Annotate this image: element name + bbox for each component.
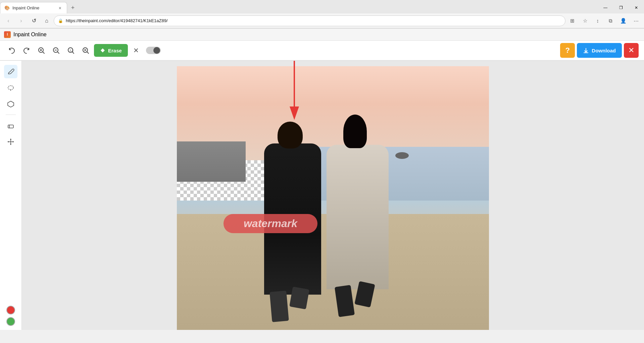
svg-text:1:1: 1:1 xyxy=(69,49,74,52)
erase-label: Erase xyxy=(108,48,122,53)
brush-toggle[interactable] xyxy=(146,47,161,54)
active-tab[interactable]: 🎨 Inpaint Online × xyxy=(0,2,67,13)
refresh-button[interactable]: ↺ xyxy=(28,15,40,27)
zoom-in-button[interactable] xyxy=(35,44,48,57)
tab-bar: 🎨 Inpaint Online × + — ❐ ✕ xyxy=(0,0,644,13)
app-logo: I xyxy=(4,31,11,38)
seawall-region xyxy=(177,141,246,182)
polygon-tool-button[interactable] xyxy=(4,97,17,111)
profile-icon[interactable]: 👤 xyxy=(618,15,629,26)
new-tab-button[interactable]: + xyxy=(67,2,79,13)
toggle-thumb xyxy=(153,47,160,54)
window-close-button[interactable]: ✕ xyxy=(629,1,644,14)
canvas-area[interactable]: watermark xyxy=(22,61,644,330)
svg-marker-21 xyxy=(10,138,11,140)
toolbar: 1:1 Erase ✕ ? Download ✕ xyxy=(0,41,644,61)
svg-marker-17 xyxy=(8,101,14,107)
svg-line-3 xyxy=(43,52,44,53)
toolbar-close-button[interactable]: ✕ xyxy=(624,43,639,58)
download-label: Download xyxy=(592,48,616,53)
lasso-tool-button[interactable] xyxy=(4,81,17,94)
address-bar[interactable]: 🔒 https://theinpaint.com/editor/41948274… xyxy=(54,15,565,26)
brush-tool-button[interactable] xyxy=(4,65,17,78)
undo-button[interactable] xyxy=(5,44,18,57)
translate-icon[interactable]: ⊞ xyxy=(567,15,578,26)
help-icon: ? xyxy=(565,46,570,55)
toggle-track[interactable] xyxy=(146,47,161,54)
zoom-out-button[interactable] xyxy=(50,44,62,57)
tab-favicon: 🎨 xyxy=(4,5,10,11)
settings-dots-icon[interactable]: ⋯ xyxy=(631,15,641,26)
foreground-color[interactable] xyxy=(6,306,15,314)
watermark-text: watermark xyxy=(224,214,317,233)
app-bar: I Inpaint Online xyxy=(0,29,644,41)
back-button[interactable]: ‹ xyxy=(3,15,14,27)
photo-container: watermark xyxy=(177,66,489,330)
zoom-reset-button[interactable] xyxy=(79,44,92,57)
rock-region xyxy=(395,152,409,159)
figure-right xyxy=(327,145,389,289)
svg-marker-14 xyxy=(101,48,105,52)
navigation-bar: ‹ › ↺ ⌂ 🔒 https://theinpaint.com/editor/… xyxy=(0,13,644,28)
browser-wallet-icon[interactable]: ⧉ xyxy=(605,15,616,26)
main-area: watermark xyxy=(0,61,644,330)
sidebar xyxy=(0,61,22,330)
redo-button[interactable] xyxy=(20,44,33,57)
tab-close-button[interactable]: × xyxy=(57,5,63,11)
sidebar-divider xyxy=(6,115,16,115)
collections-icon[interactable]: ↕ xyxy=(592,15,603,26)
zoom-fit-button[interactable]: 1:1 xyxy=(64,44,77,57)
canvas-background: watermark xyxy=(177,66,489,330)
minimize-button[interactable]: — xyxy=(598,1,613,14)
tab-title: Inpaint Online xyxy=(12,5,55,10)
close-icon: ✕ xyxy=(628,46,634,55)
move-tool-button[interactable] xyxy=(4,135,17,148)
erase-button[interactable]: Erase xyxy=(94,44,128,57)
svg-line-11 xyxy=(87,52,89,53)
lock-icon: 🔒 xyxy=(58,18,63,23)
canvas-wrapper: watermark xyxy=(177,66,489,330)
eraser-tool-button[interactable] xyxy=(4,119,17,132)
cancel-icon: ✕ xyxy=(133,46,139,54)
svg-marker-24 xyxy=(13,141,14,142)
svg-point-16 xyxy=(8,86,13,90)
home-button[interactable]: ⌂ xyxy=(41,15,52,27)
url-text: https://theinpaint.com/editor/419482741/… xyxy=(66,18,561,23)
svg-rect-18 xyxy=(8,125,13,128)
maximize-button[interactable]: ❐ xyxy=(613,1,629,14)
nav-right-icons: ⊞ ☆ ↕ ⧉ 👤 ⋯ xyxy=(567,15,641,26)
svg-line-6 xyxy=(57,52,59,53)
favorites-icon[interactable]: ☆ xyxy=(580,15,590,26)
cancel-button[interactable]: ✕ xyxy=(130,44,143,57)
background-color[interactable] xyxy=(6,317,15,326)
forward-button[interactable]: › xyxy=(15,15,27,27)
svg-marker-23 xyxy=(7,141,9,142)
svg-marker-22 xyxy=(10,144,11,145)
watermark-overlay: watermark xyxy=(224,214,317,233)
download-button[interactable]: Download xyxy=(577,43,622,58)
help-button[interactable]: ? xyxy=(560,43,575,58)
app-title: Inpaint Online xyxy=(13,32,47,38)
